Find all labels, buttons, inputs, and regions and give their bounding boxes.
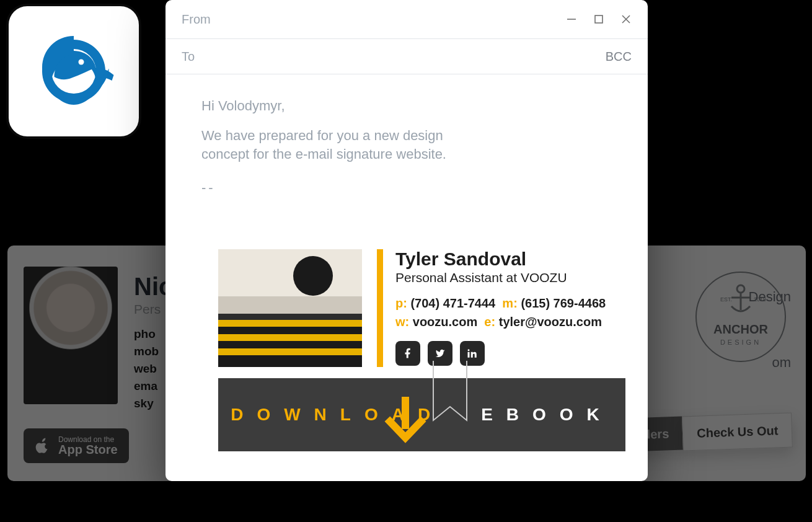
logo-year: 2019	[754, 296, 766, 303]
signature-photo	[218, 249, 362, 367]
ribbon-icon	[430, 361, 470, 429]
to-label: To	[182, 50, 195, 64]
signature-divider: --	[201, 179, 612, 197]
svg-rect-7	[595, 15, 602, 23]
maximize-icon[interactable]	[593, 14, 604, 25]
compose-body[interactable]: Hi Volodymyr, We have prepared for you a…	[165, 74, 648, 197]
mailbird-tile[interactable]: Mailbird	[6, 4, 141, 139]
body-text: We have prepared for you a new design co…	[201, 126, 462, 164]
compose-header: From	[165, 0, 648, 39]
signature-name: Tyler Sandoval	[395, 249, 606, 269]
anchor-logo: EST. 2019 ANCHOR DESIGN	[694, 270, 787, 366]
apple-icon	[35, 436, 51, 455]
logo-name: ANCHOR	[713, 322, 768, 336]
email-signature: Tyler Sandoval Personal Assistant at VOO…	[218, 249, 625, 367]
contact-line-2: w: voozu.com e: tyler@voozu.com	[395, 312, 606, 331]
appstore-bottom: App Store	[58, 443, 118, 456]
bcc-toggle[interactable]: BCC	[606, 50, 632, 64]
logo-sub: DESIGN	[720, 338, 761, 346]
appstore-badge[interactable]: Download on the App Store	[24, 428, 129, 463]
download-ebook-banner[interactable]: DOWNLOAD EBOOK	[218, 378, 625, 451]
signature-role: Personal Assistant at VOOZU	[395, 270, 606, 285]
from-label: From	[182, 12, 211, 27]
logo-est: EST.	[720, 296, 732, 303]
compose-window: From To BCC Hi Volodymyr, We have prepar…	[165, 0, 648, 481]
body-greeting: Hi Volodymyr,	[201, 97, 612, 115]
contact-line-1: p: (704) 471-7444 m: (615) 769-4468	[395, 294, 606, 312]
to-row[interactable]: To BCC	[165, 39, 648, 74]
accent-bar	[377, 249, 383, 367]
avatar	[24, 267, 118, 404]
minimize-icon[interactable]	[566, 14, 577, 25]
cta-button-light[interactable]: Check Us Out	[682, 412, 793, 451]
close-icon[interactable]	[620, 14, 632, 25]
mailbird-icon	[27, 25, 120, 118]
download-arrow-icon	[384, 397, 427, 449]
facebook-icon[interactable]	[395, 341, 420, 366]
banner-word-right: EBOOK	[481, 405, 613, 425]
svg-point-5	[79, 60, 84, 65]
svg-point-1	[737, 285, 744, 293]
